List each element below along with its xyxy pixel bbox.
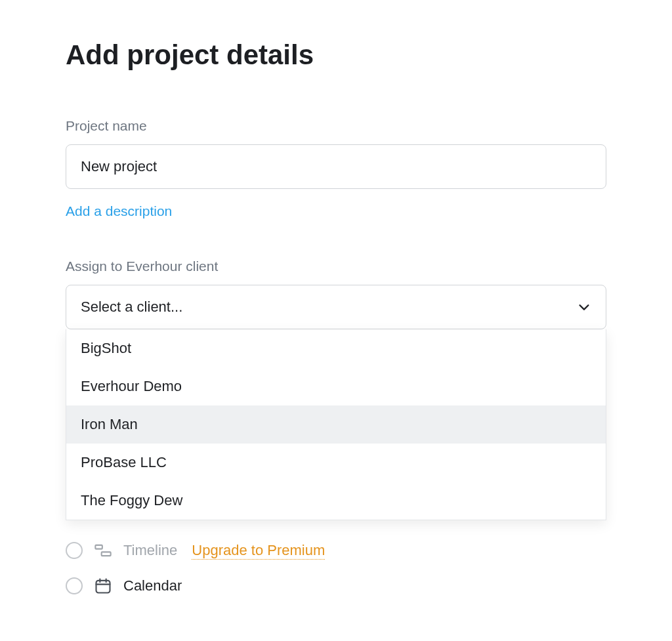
view-option-timeline[interactable]: Timeline Upgrade to Premium (66, 533, 606, 568)
upgrade-to-premium-link[interactable]: Upgrade to Premium (192, 542, 325, 560)
radio-unchecked-icon[interactable] (66, 542, 83, 559)
radio-unchecked-icon[interactable] (66, 577, 83, 594)
view-option-label: Calendar (123, 577, 182, 594)
svg-rect-1 (102, 552, 111, 556)
client-option[interactable]: Everhour Demo (66, 367, 606, 405)
view-option-label: Timeline (123, 542, 177, 559)
client-option[interactable]: ProBase LLC (66, 444, 606, 482)
client-dropdown-menu: BigShot Everhour Demo Iron Man ProBase L… (66, 329, 606, 520)
view-option-calendar[interactable]: Calendar (66, 568, 606, 604)
client-option[interactable]: The Foggy Dew (66, 482, 606, 520)
calendar-icon (93, 576, 113, 596)
project-name-label: Project name (66, 118, 606, 134)
svg-rect-0 (95, 545, 102, 549)
client-select-label: Assign to Everhour client (66, 258, 606, 274)
page-title: Add project details (66, 39, 606, 71)
add-description-link[interactable]: Add a description (66, 203, 172, 219)
svg-rect-2 (96, 581, 110, 593)
timeline-icon (93, 541, 113, 560)
project-name-section: Project name Add a description (66, 118, 606, 219)
view-options: Timeline Upgrade to Premium Calendar (66, 533, 606, 604)
client-section: Assign to Everhour client Select a clien… (66, 258, 606, 329)
client-select-wrapper: Select a client... BigShot Everhour Demo… (66, 285, 606, 329)
project-name-input[interactable] (66, 144, 606, 189)
client-option[interactable]: BigShot (66, 329, 606, 367)
chevron-down-icon (577, 300, 591, 314)
client-select[interactable]: Select a client... (66, 285, 606, 329)
client-select-placeholder: Select a client... (81, 299, 182, 316)
client-option[interactable]: Iron Man (66, 405, 606, 444)
